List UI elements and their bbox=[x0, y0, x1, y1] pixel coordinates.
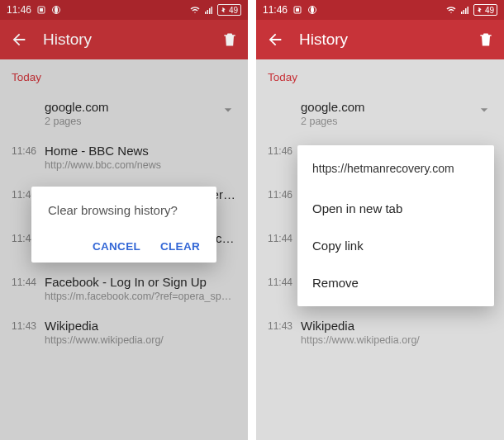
status-time: 11:46 bbox=[263, 4, 288, 16]
group-count: 2 pages bbox=[301, 116, 476, 127]
battery-indicator: 49 bbox=[473, 4, 497, 16]
signal-icon bbox=[460, 5, 470, 15]
clear-button[interactable]: CLEAR bbox=[160, 240, 200, 253]
menu-remove[interactable]: Remove bbox=[297, 264, 494, 301]
menu-copy-link[interactable]: Copy link bbox=[297, 227, 494, 264]
dialog-message: Clear browsing history? bbox=[48, 203, 200, 217]
menu-open-new-tab[interactable]: Open in new tab bbox=[297, 190, 494, 227]
entry-time: 11:46 bbox=[268, 187, 301, 201]
page-title: History bbox=[299, 31, 348, 49]
section-today: Today bbox=[256, 59, 504, 92]
cancel-button[interactable]: CANCEL bbox=[93, 240, 140, 253]
entry-url: https://www.wikipedia.org/ bbox=[301, 334, 492, 346]
entry-time: 11:43 bbox=[268, 319, 301, 332]
svg-rect-12 bbox=[461, 12, 463, 14]
svg-rect-13 bbox=[463, 10, 464, 14]
entry-time: 11:46 bbox=[268, 144, 301, 157]
entry-title: Wikipedia bbox=[301, 319, 492, 333]
chevron-down-icon[interactable] bbox=[476, 100, 492, 118]
entry-time: 11:44 bbox=[268, 275, 301, 288]
svg-rect-15 bbox=[467, 7, 468, 14]
entry-time: 11:44 bbox=[268, 231, 301, 244]
history-item[interactable]: 11:43 Wikipedia https://www.wikipedia.or… bbox=[256, 310, 504, 354]
status-bar: 11:46 49 bbox=[256, 0, 504, 20]
wifi-icon bbox=[445, 5, 457, 15]
clear-history-dialog: Clear browsing history? CANCEL CLEAR bbox=[31, 187, 216, 263]
svg-point-11 bbox=[311, 7, 314, 13]
context-menu-url: https://hetmanrecovery.com bbox=[297, 150, 494, 190]
phone-right: 11:46 49 bbox=[256, 0, 504, 440]
trash-icon[interactable] bbox=[478, 31, 494, 48]
svg-rect-9 bbox=[296, 8, 299, 12]
group-domain: google.com bbox=[301, 100, 476, 114]
context-menu: https://hetmanrecovery.com Open in new t… bbox=[297, 145, 494, 306]
history-group[interactable]: google.com 2 pages bbox=[256, 92, 504, 135]
phone-left: 11:46 49 bbox=[0, 0, 248, 440]
screenshot-icon bbox=[292, 5, 302, 15]
app-bar: History bbox=[256, 20, 504, 59]
opera-icon bbox=[307, 5, 317, 15]
svg-rect-14 bbox=[465, 8, 467, 14]
back-icon[interactable] bbox=[266, 31, 284, 49]
